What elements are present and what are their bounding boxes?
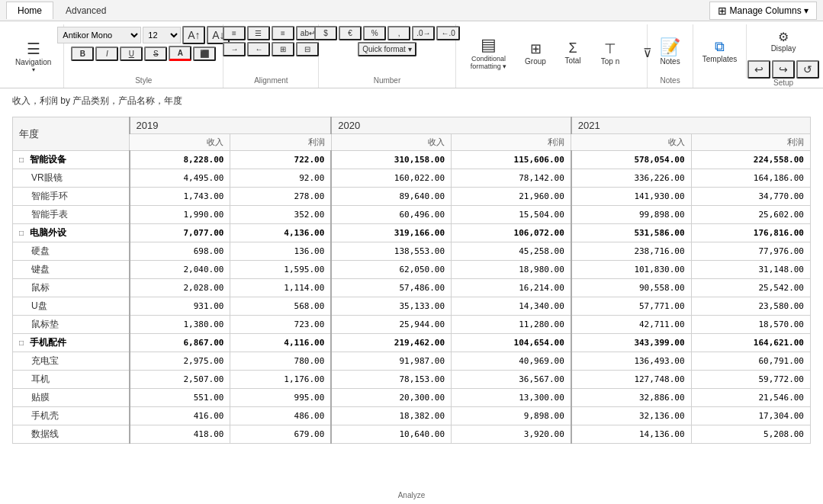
table-row: 智能手环1,743.00278.0089,640.0021,960.00141,… bbox=[13, 188, 811, 206]
redo-button[interactable]: ↪ bbox=[772, 60, 795, 79]
conditional-icon: ▤ bbox=[481, 35, 497, 55]
manage-columns-button[interactable]: ⊞ Manage Columns ▾ bbox=[709, 2, 817, 20]
bold-button[interactable]: B bbox=[71, 47, 94, 61]
undo-button[interactable]: ↩ bbox=[747, 60, 770, 79]
comma-button[interactable]: , bbox=[387, 26, 410, 40]
table-row: 手机壳416.00486.0018,382.009,898.0032,136.0… bbox=[13, 407, 811, 425]
style-label: Style bbox=[135, 76, 152, 86]
text-color-button[interactable]: A bbox=[169, 46, 191, 61]
table-row: 充电宝2,975.00780.0091,987.0040,969.00136,4… bbox=[13, 352, 811, 371]
table-row: 智能手表1,990.00352.0060,496.0015,504.0099,8… bbox=[13, 206, 811, 224]
italic-button[interactable]: I bbox=[95, 47, 118, 61]
align-right-button[interactable]: ≡ bbox=[272, 26, 294, 40]
data-table: 年度201920202021收入利润收入利润收入利润□ 智能设备8,228.00… bbox=[12, 117, 811, 444]
navigation-icon: ☰ bbox=[27, 40, 40, 58]
table-row: 鼠标垫1,380.00723.0025,944.0011,280.0042,71… bbox=[13, 316, 811, 334]
notes-icon: 📝 bbox=[660, 37, 680, 57]
topn-icon: ⊤ bbox=[604, 40, 616, 57]
total-icon: Σ bbox=[568, 40, 577, 56]
templates-button[interactable]: ⧉ Templates bbox=[693, 24, 747, 78]
table-row: VR眼镜4,495.0092.00160,022.0078,142.00336,… bbox=[13, 169, 811, 188]
table-row: 贴膜551.00995.0020,300.0013,300.0032,886.0… bbox=[13, 389, 811, 407]
ribbon-group-setup: ⚙ Display ↩ ↪ ↺ Setup bbox=[747, 24, 820, 88]
number-label: Number bbox=[374, 76, 401, 86]
increase-decimal-button[interactable]: .0→ bbox=[412, 26, 435, 40]
euro-button[interactable]: € bbox=[339, 26, 362, 40]
ribbon-group-number: $ € % , .0→ ←.0 Quick format ▾ Number bbox=[319, 24, 455, 88]
breadcrumb-text: 收入，利润 by 产品类别，产品名称，年度 bbox=[12, 95, 182, 106]
templates-icon: ⧉ bbox=[715, 39, 725, 55]
refresh-button[interactable]: ↺ bbox=[796, 60, 819, 79]
ribbon: ☰ Navigation ▾ Antikor Mono 12 A↑ A↓ B I… bbox=[0, 21, 823, 88]
ribbon-group-notes: 📝 Notes Notes bbox=[648, 24, 693, 88]
background-color-button[interactable]: ⬛ bbox=[193, 47, 216, 61]
ribbon-group-navigation: ☰ Navigation ▾ bbox=[3, 24, 64, 88]
table-row: 键盘2,040.001,595.0062,050.0018,980.00101,… bbox=[13, 261, 811, 279]
table-row: 数据线418.00679.0010,640.003,920.0014,136.0… bbox=[13, 425, 811, 444]
tab-home[interactable]: Home bbox=[6, 2, 53, 19]
navigation-button[interactable]: ☰ Navigation ▾ bbox=[9, 30, 57, 83]
display-icon: ⚙ bbox=[778, 30, 789, 44]
indent-button[interactable]: → bbox=[223, 42, 246, 56]
strikethrough-button[interactable]: S bbox=[144, 47, 167, 61]
alignment-label: Alignment bbox=[254, 76, 288, 86]
conditional-formatting-button[interactable]: ▤ Conditional formatting ▾ bbox=[462, 26, 516, 79]
total-button[interactable]: Σ Total bbox=[556, 26, 590, 79]
merge-button[interactable]: ⊞ bbox=[272, 42, 294, 56]
analyze-label: Analyze bbox=[0, 491, 823, 501]
ribbon-group-style: Antikor Mono 12 A↑ A↓ B I U S A ⬛ Style bbox=[64, 24, 223, 88]
ribbon-group-analyze: ▤ Conditional formatting ▾ ⊞ Group Σ Tot… bbox=[456, 24, 648, 88]
percent-button[interactable]: % bbox=[363, 26, 386, 40]
top-bar: Home Advanced ⊞ Manage Columns ▾ bbox=[0, 0, 823, 21]
group-icon: ⊞ bbox=[530, 40, 542, 57]
increase-font-button[interactable]: A↑ bbox=[182, 26, 205, 44]
table-row: 硬盘698.00136.00138,553.0045,258.00238,716… bbox=[13, 242, 811, 261]
font-family-select[interactable]: Antikor Mono bbox=[57, 27, 141, 43]
table-row: 鼠标2,028.001,114.0057,486.0016,214.0090,5… bbox=[13, 279, 811, 297]
table-row: U盘931.00568.0035,133.0014,340.0057,771.0… bbox=[13, 297, 811, 316]
quick-format-button[interactable]: Quick format ▾ bbox=[358, 42, 416, 56]
group-button[interactable]: ⊞ Group bbox=[519, 26, 553, 79]
nav-dropdown-arrow: ▾ bbox=[32, 66, 35, 73]
setup-label: Setup bbox=[773, 79, 793, 88]
align-left-button[interactable]: ≡ bbox=[223, 26, 246, 40]
main-content: 年度201920202021收入利润收入利润收入利润□ 智能设备8,228.00… bbox=[0, 114, 823, 486]
currency-button[interactable]: $ bbox=[314, 26, 337, 40]
table-container[interactable]: 年度201920202021收入利润收入利润收入利润□ 智能设备8,228.00… bbox=[12, 117, 811, 444]
breadcrumb: 收入，利润 by 产品类别，产品名称，年度 bbox=[0, 88, 823, 114]
notes-button[interactable]: 📝 Notes bbox=[651, 26, 690, 76]
outdent-button[interactable]: ← bbox=[247, 42, 270, 56]
table-row: 耳机2,507.001,176.0078,153.0036,567.00127,… bbox=[13, 371, 811, 389]
tab-advanced[interactable]: Advanced bbox=[55, 2, 117, 19]
underline-button[interactable]: U bbox=[120, 47, 143, 61]
font-size-select[interactable]: 12 bbox=[143, 27, 181, 43]
align-center-button[interactable]: ☰ bbox=[247, 26, 270, 40]
notes-label: Notes bbox=[661, 76, 680, 86]
topn-button[interactable]: ⊤ Top n bbox=[593, 26, 628, 79]
display-button[interactable]: ⚙ Display bbox=[764, 24, 802, 59]
ribbon-group-alignment: ≡ ☰ ≡ ab↵ → ← ⊞ ⊟ Alignment bbox=[223, 24, 319, 88]
table-icon: ⊞ bbox=[718, 5, 727, 17]
split-button[interactable]: ⊟ bbox=[296, 42, 319, 56]
